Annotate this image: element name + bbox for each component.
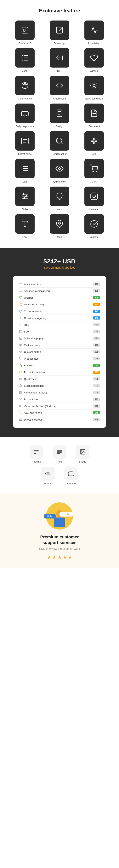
pricing-row: Product label 09$ [19, 355, 100, 362]
svg-rect-29 [95, 142, 97, 144]
feature-item-wishlist: Wishlist [79, 48, 110, 72]
pricing-row-icon-6 [19, 323, 23, 327]
feature-icon-installation [84, 21, 104, 40]
feature-item-font: Font [9, 214, 40, 239]
pricing-row-icon-2 [19, 296, 23, 300]
pricing-row-label-4: Custom-colors [24, 310, 41, 313]
pricing-row-left-20: Direct checkout [19, 418, 42, 421]
pricing-subtitle: Save on monthly app fees [44, 266, 75, 269]
pricing-row-badge-7: 07$ [93, 330, 100, 333]
feature-label-javascript: Javascript [54, 42, 65, 45]
pricing-row-left-12: Review [19, 364, 33, 367]
feature-icon-slider [15, 187, 35, 206]
svg-line-25 [61, 143, 63, 144]
svg-point-49 [58, 222, 61, 224]
content-type-label-heading: Heading [32, 460, 41, 463]
feature-icon-json [15, 48, 35, 67]
pricing-row: Multi currency 11$ [19, 342, 100, 348]
pricing-row-label-6: RTL [24, 323, 29, 326]
pricing-row-label-10: Custom button [24, 350, 41, 353]
feature-label-slider: Slider [22, 208, 28, 211]
pricing-amount: $242+ USD [43, 258, 76, 265]
feature-label-grid: Grid [92, 153, 96, 155]
pricing-row: Custom-colors 14$ [19, 308, 100, 315]
svg-rect-72 [19, 405, 21, 406]
star-3: ★ [57, 554, 62, 560]
content-section: Heading Text Image Button Youtube [0, 437, 119, 493]
pricing-row-icon-1 [19, 289, 23, 292]
pricing-row-label-2: Wishlist [24, 296, 33, 299]
pricing-row: Mini cart (4 style) 21$ [19, 301, 100, 308]
svg-rect-69 [19, 391, 22, 392]
feature-item-json: Json [9, 48, 40, 72]
feature-label-wishlist: Wishlist [90, 69, 98, 72]
feature-icon-list [15, 159, 35, 178]
pricing-row-label-19: Ajax add to cart [24, 411, 42, 414]
pricing-row-icon-18 [19, 404, 23, 408]
svg-rect-11 [22, 112, 28, 116]
pricing-row-label-12: Review [24, 364, 33, 367]
content-type-icon-button [41, 467, 55, 480]
content-type-label-button: Button [44, 482, 51, 485]
feature-item-installation: Installation [79, 21, 110, 45]
feature-icon-bootstrap: B [15, 21, 35, 40]
content-type-icon-heading [30, 445, 43, 459]
svg-point-57 [22, 305, 22, 306]
feature-item-slider: Slider [9, 187, 40, 211]
svg-point-43 [26, 196, 27, 197]
pricing-section: $242+ USD Save on monthly app fees Advan… [0, 248, 119, 437]
pricing-row-badge-0: 11$ [93, 283, 100, 286]
pricing-row-badge-10: 09$ [93, 350, 100, 353]
feature-item-instafeed: Instafeed [79, 187, 110, 211]
feature-label-quick-view: Quick view [53, 180, 66, 183]
pricing-row-label-16: Various tab (3 style) [24, 391, 47, 394]
pricing-row-badge-12: 07$ [93, 364, 100, 367]
pricing-row-left-1: Advance-verticalmenu [19, 289, 50, 292]
svg-rect-62 [19, 330, 22, 333]
pricing-row-icon-19 [19, 411, 23, 414]
pricing-row: Various tab (3 style) 7$ [19, 389, 100, 396]
pricing-row-icon-8 [19, 337, 23, 340]
feature-item-design: Design [44, 103, 75, 128]
feature-item-search-option: Search option [44, 131, 75, 155]
svg-point-38 [96, 171, 97, 172]
content-type-icon-youtube [64, 467, 78, 480]
svg-point-64 [19, 344, 22, 346]
pricing-row-badge-16: 7$ [93, 391, 100, 394]
svg-rect-65 [19, 351, 22, 352]
pricing-row-badge-3: 21$ [93, 303, 100, 306]
exclusive-section: Exclusive feature B Bootstrap 5 Javascri… [0, 0, 119, 248]
content-type-icon-text [53, 445, 66, 459]
feature-icon-color-variant [15, 76, 35, 95]
svg-point-10 [93, 85, 95, 87]
support-subtitle: Give us review & rate for our work [39, 547, 80, 550]
feature-item-easy-customize: Easy customize [79, 76, 110, 100]
svg-point-44 [24, 197, 25, 199]
pricing-row-badge-5: 14$ [93, 316, 100, 319]
illustration-person: Hi! 👋 Hello! [52, 510, 67, 529]
feature-label-color-variant: Color variant [18, 97, 32, 100]
feature-icon-rtl [50, 48, 69, 67]
feature-icon-font [15, 214, 35, 234]
pricing-row-badge-18: 01$ [93, 404, 100, 408]
svg-rect-63 [19, 337, 22, 339]
pricing-row: BOX 07$ [19, 328, 100, 335]
pricing-row-left-5: Custom-typography [19, 316, 47, 320]
pricing-row-icon-4 [19, 309, 23, 313]
content-types-grid: Heading Text Image Button Youtube [21, 445, 98, 485]
svg-point-8 [24, 84, 25, 84]
svg-rect-73 [21, 405, 22, 406]
pricing-row-icon-17 [19, 398, 23, 401]
features-grid: B Bootstrap 5 Javascript Installation Js… [9, 21, 110, 239]
feature-label-fully-responsive: Fully responsive [16, 125, 34, 128]
pricing-row-left-3: Mini cart (4 style) [19, 303, 44, 306]
pricing-row-left-10: Custom button [19, 350, 41, 353]
svg-rect-70 [19, 392, 22, 394]
pricing-row-icon-12 [19, 364, 23, 367]
feature-label-icons: Icons [56, 208, 63, 211]
feature-icon-validate [84, 214, 104, 234]
chat-bubble-right: Hi! 👋 [60, 512, 73, 517]
svg-rect-28 [91, 142, 93, 144]
pricing-row-left-13: Product countdown [19, 370, 46, 374]
pricing-row-icon-9 [19, 343, 23, 347]
